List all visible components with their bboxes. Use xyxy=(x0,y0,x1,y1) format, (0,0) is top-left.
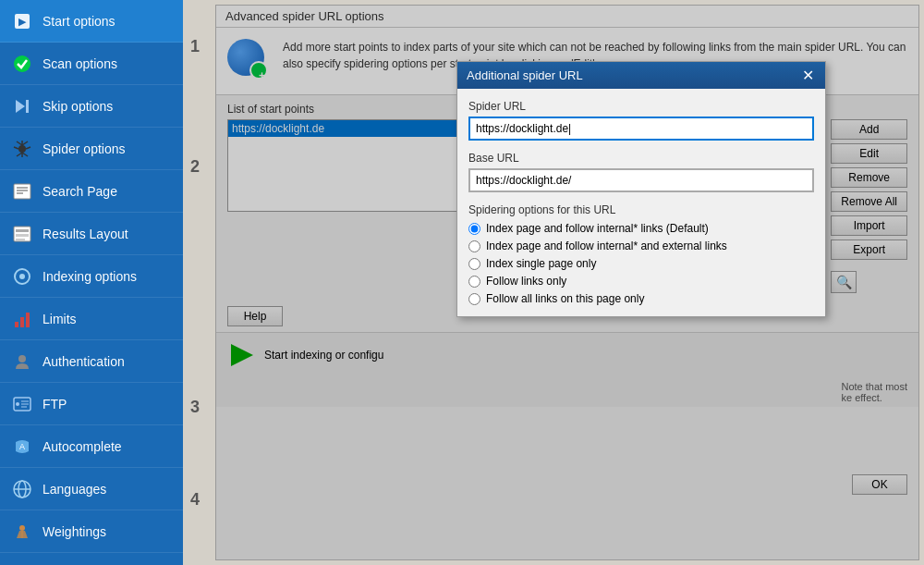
additional-spider-url-dialog: Additional spider URL ✕ Spider URL Base … xyxy=(456,61,826,317)
svg-point-37 xyxy=(19,525,25,531)
sidebar: ▶ Start options Scan options Skip option… xyxy=(0,0,183,565)
sidebar-item-start-options-label: Start options xyxy=(43,14,116,29)
svg-line-13 xyxy=(26,147,30,149)
base-url-input[interactable] xyxy=(468,168,814,192)
main-panel: Advanced spider URL options Add more sta… xyxy=(215,5,919,560)
svg-rect-4 xyxy=(26,100,29,113)
indexing-icon xyxy=(9,264,35,289)
sidebar-item-autocomplete-label: Autocomplete xyxy=(43,439,122,454)
sidebar-item-weightings[interactable]: Weightings xyxy=(0,510,183,553)
spider-url-label: Spider URL xyxy=(468,100,814,113)
radio-input-4[interactable] xyxy=(468,293,480,305)
svg-rect-20 xyxy=(16,234,29,237)
sidebar-item-languages-label: Languages xyxy=(43,482,106,497)
radio-label-4: Follow all links on this page only xyxy=(486,292,644,305)
main-area: 1 2 3 4 Advanced spider URL options Add … xyxy=(183,0,924,565)
sidebar-item-ftp-label: FTP xyxy=(43,397,67,411)
step-2: 2 xyxy=(190,157,200,177)
base-url-group: Base URL xyxy=(468,152,814,192)
spider-url-input[interactable] xyxy=(468,117,814,141)
modal-close-button[interactable]: ✕ xyxy=(800,67,816,84)
spidering-options-group: Spidering options for this URL Index pag… xyxy=(468,203,814,305)
sidebar-item-scan-options-label: Scan options xyxy=(43,56,117,71)
svg-rect-14 xyxy=(14,184,30,199)
modal-title-bar: Additional spider URL ✕ xyxy=(457,62,825,89)
sidebar-item-start-options[interactable]: ▶ Start options xyxy=(0,0,183,43)
radio-item-4[interactable]: Follow all links on this page only xyxy=(468,292,814,305)
svg-rect-26 xyxy=(26,313,30,327)
spidering-options-label: Spidering options for this URL xyxy=(468,203,814,216)
svg-point-23 xyxy=(19,274,25,279)
radio-input-3[interactable] xyxy=(468,276,480,288)
step-3: 3 xyxy=(190,398,200,417)
sidebar-item-limits[interactable]: Limits xyxy=(0,298,183,340)
sidebar-item-skip-options-label: Skip options xyxy=(43,99,113,114)
svg-rect-21 xyxy=(16,239,25,240)
svg-point-29 xyxy=(16,402,19,406)
limits-icon xyxy=(9,306,35,332)
svg-line-12 xyxy=(14,147,18,149)
auth-icon xyxy=(9,349,35,375)
spider-url-group: Spider URL xyxy=(468,100,814,141)
skip-icon xyxy=(9,93,35,119)
sidebar-item-scan-options[interactable]: Scan options xyxy=(0,43,183,85)
ftp-icon xyxy=(9,391,35,417)
svg-text:A: A xyxy=(19,442,25,451)
sidebar-item-results-layout[interactable]: Results Layout xyxy=(0,213,183,255)
sidebar-item-indexing-options[interactable]: Indexing options xyxy=(0,255,183,298)
languages-icon xyxy=(9,476,35,502)
sidebar-item-languages[interactable]: Languages xyxy=(0,468,183,510)
sidebar-item-limits-label: Limits xyxy=(43,312,77,326)
radio-group: Index page and follow internal* links (D… xyxy=(468,222,814,305)
svg-line-9 xyxy=(17,153,22,156)
radio-input-2[interactable] xyxy=(468,258,480,270)
svg-rect-24 xyxy=(15,322,18,327)
svg-line-11 xyxy=(22,153,28,156)
svg-line-6 xyxy=(17,141,22,145)
svg-marker-3 xyxy=(16,100,25,113)
radio-input-0[interactable] xyxy=(468,223,480,235)
sidebar-item-search-page[interactable]: Search Page xyxy=(0,170,183,213)
svg-rect-25 xyxy=(20,317,24,327)
sidebar-item-spider-options[interactable]: Spider options xyxy=(0,128,183,170)
step-1: 1 xyxy=(190,37,200,56)
results-icon xyxy=(9,221,35,247)
radio-label-2: Index single page only xyxy=(486,257,596,270)
radio-item-1[interactable]: Index page and follow internal* and exte… xyxy=(468,240,814,252)
sidebar-item-skip-options[interactable]: Skip options xyxy=(0,85,183,128)
svg-point-5 xyxy=(18,145,26,153)
svg-line-8 xyxy=(22,141,28,145)
sidebar-item-autocomplete[interactable]: A Autocomplete xyxy=(0,425,183,468)
sidebar-item-authentication[interactable]: Authentication xyxy=(0,340,183,383)
modal-title: Additional spider URL xyxy=(467,68,583,82)
modal-overlay: Additional spider URL ✕ Spider URL Base … xyxy=(216,6,918,559)
modal-body: Spider URL Base URL Spidering options fo… xyxy=(457,89,825,316)
svg-text:▶: ▶ xyxy=(18,16,27,27)
sidebar-item-results-layout-label: Results Layout xyxy=(43,227,128,241)
svg-point-2 xyxy=(14,55,30,72)
radio-input-1[interactable] xyxy=(468,240,480,252)
weightings-icon xyxy=(9,519,35,545)
radio-label-1: Index page and follow internal* and exte… xyxy=(486,240,727,252)
radio-item-3[interactable]: Follow links only xyxy=(468,275,814,288)
svg-point-27 xyxy=(18,355,26,362)
radio-label-3: Follow links only xyxy=(486,275,566,288)
sidebar-item-search-page-label: Search Page xyxy=(43,184,117,199)
spider-icon xyxy=(9,136,35,162)
sidebar-item-spider-options-label: Spider options xyxy=(43,141,126,156)
radio-item-0[interactable]: Index page and follow internal* links (D… xyxy=(468,222,814,235)
checkmark-icon xyxy=(9,51,35,77)
flag-icon: ▶ xyxy=(9,8,35,34)
search-page-icon xyxy=(9,178,35,204)
autocomplete-icon: A xyxy=(9,434,35,460)
sidebar-item-ftp[interactable]: FTP xyxy=(0,383,183,425)
radio-item-2[interactable]: Index single page only xyxy=(468,257,814,270)
sidebar-item-indexing-options-label: Indexing options xyxy=(43,269,137,284)
svg-rect-19 xyxy=(16,229,29,232)
radio-label-0: Index page and follow internal* links (D… xyxy=(486,222,709,235)
step-4: 4 xyxy=(190,490,200,510)
sidebar-item-authentication-label: Authentication xyxy=(43,354,125,369)
sidebar-item-weightings-label: Weightings xyxy=(43,524,106,539)
base-url-label: Base URL xyxy=(468,152,814,165)
